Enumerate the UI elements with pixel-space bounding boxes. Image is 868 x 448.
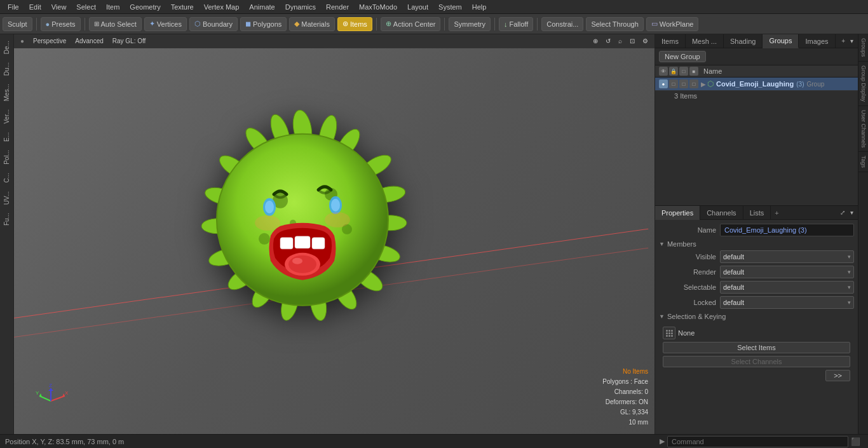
group-icon-lock[interactable]: □ (669, 79, 678, 88)
svg-point-37 (325, 212, 350, 227)
workplane-button[interactable]: ▭ WorkPlane (646, 17, 699, 31)
menu-file[interactable]: File (3, 2, 24, 12)
tab-shading[interactable]: Shading (724, 34, 763, 48)
select-through-button[interactable]: Select Through (586, 17, 643, 31)
prop-label-locked: Locked (659, 299, 716, 306)
tab-items[interactable]: Items (655, 34, 686, 48)
menu-system[interactable]: System (433, 2, 467, 12)
materials-button[interactable]: ◆ Materials (289, 17, 335, 31)
tab-images[interactable]: Images (799, 34, 835, 48)
prop-input-name[interactable] (720, 224, 854, 236)
polygons-label: Polygons (253, 20, 281, 28)
sidebar-tab-7[interactable]: UV... (2, 187, 11, 208)
vrt-tab-user-channels[interactable]: User Channels (858, 106, 868, 153)
group-icon-sq2[interactable]: □ (689, 79, 698, 88)
groups-column-header: 👁 🔒 □ ■ Name (655, 65, 858, 78)
select-items-button[interactable]: Select Items (663, 342, 850, 353)
action-center-button[interactable]: ⊕ Action Center (381, 17, 441, 31)
props-tab-lists[interactable]: Lists (743, 206, 771, 220)
tab-actions: + ▾ (839, 37, 858, 45)
toolbar-separator6 (537, 18, 538, 31)
col-icon-sq2[interactable]: ■ (689, 67, 698, 76)
menu-edit[interactable]: Edit (24, 2, 46, 12)
prop-select-locked[interactable]: default ▾ (720, 296, 854, 309)
sidebar-tab-3[interactable]: Ver... (2, 105, 11, 128)
expand-button[interactable]: >> (825, 370, 850, 381)
viewport-ctrl-2[interactable]: ↺ (603, 37, 613, 45)
viewport-render[interactable]: Ray GL: Off (110, 37, 149, 45)
menu-animate[interactable]: Animate (244, 2, 280, 12)
command-expand-button[interactable]: ⬛ (848, 437, 863, 446)
menu-vertex-map[interactable]: Vertex Map (199, 2, 245, 12)
vrt-tab-group-display[interactable]: Group Display (858, 62, 868, 106)
prop-select-selectable[interactable]: default ▾ (720, 281, 854, 294)
props-action-expand[interactable]: ⤢ (838, 208, 847, 217)
prop-select-render[interactable]: default ▾ (720, 266, 854, 278)
symmetry-button[interactable]: Symmetry (449, 17, 491, 31)
auto-select-button[interactable]: ⊞ Auto Select (89, 17, 142, 31)
sculpt-button[interactable]: Sculpt (3, 17, 32, 31)
menu-texture[interactable]: Texture (166, 2, 199, 12)
menu-geometry[interactable]: Geometry (125, 2, 165, 12)
group-row-0[interactable]: ● □ □ □ ▶ ⬡ Covid_Emoji_Laughing (3) Gro… (655, 78, 858, 91)
items-button[interactable]: ⊛ Items (337, 17, 372, 31)
col-icon-eye[interactable]: 👁 (659, 67, 668, 76)
viewport-shading[interactable]: Advanced (72, 37, 105, 45)
vrt-tab-groups[interactable]: Groups (858, 34, 868, 62)
group-sub-items: 3 Items (655, 91, 858, 101)
sidebar-tab-0[interactable]: De... (2, 37, 11, 58)
tab-mesh[interactable]: Mesh ... (686, 34, 724, 48)
falloff-button[interactable]: ↓ Falloff (499, 17, 533, 31)
prop-select-selectable-arrow: ▾ (848, 284, 851, 290)
sidebar-tab-2[interactable]: Mes... (2, 80, 11, 105)
menu-render[interactable]: Render (321, 2, 354, 12)
group-expand-icon[interactable]: ▶ (701, 81, 706, 88)
props-action-menu[interactable]: ▾ (848, 208, 855, 217)
new-group-button[interactable]: New Group (659, 51, 706, 62)
group-icon-eye[interactable]: ● (659, 79, 668, 88)
sidebar-tab-1[interactable]: Du... (2, 58, 11, 79)
tab-action-add[interactable]: + (839, 37, 847, 45)
menu-maxtomodo[interactable]: MaxToModo (354, 2, 402, 12)
tab-action-menu[interactable]: ▾ (848, 37, 855, 45)
menu-item[interactable]: Item (101, 2, 125, 12)
menu-layout[interactable]: Layout (402, 2, 433, 12)
viewport-ctrl-4[interactable]: ⊡ (627, 37, 637, 45)
sidebar-tab-5[interactable]: Pol... (2, 146, 11, 168)
menu-view[interactable]: View (46, 2, 72, 12)
col-icon-sq1[interactable]: □ (679, 67, 688, 76)
command-input[interactable] (667, 436, 848, 447)
none-dots (664, 328, 675, 339)
menu-select[interactable]: Select (71, 2, 101, 12)
viewport-mode[interactable]: Perspective (31, 37, 69, 45)
viewport[interactable]: ● Perspective Advanced Ray GL: Off ⊕ ↺ ⌕… (14, 34, 654, 434)
viewport-ctrl-3[interactable]: ⌕ (616, 37, 625, 45)
props-tab-properties[interactable]: Properties (655, 206, 700, 220)
prop-label-visible: Visible (659, 253, 716, 261)
presets-button[interactable]: ● Presets (41, 17, 81, 31)
props-tab-channels[interactable]: Channels (700, 206, 743, 220)
props-tab-add[interactable]: + (771, 208, 782, 218)
vertices-label: Vertices (157, 20, 182, 28)
vrt-tab-tags[interactable]: Tags (858, 152, 868, 172)
constraints-button[interactable]: Constrai... (541, 17, 583, 31)
polygons-button[interactable]: ◼ Polygons (240, 17, 287, 31)
prop-select-visible[interactable]: default ▾ (720, 250, 854, 263)
boundary-button[interactable]: ⬡ Boundary (189, 17, 238, 31)
sidebar-tab-4[interactable]: E... (2, 128, 11, 146)
vertices-button[interactable]: ✦ Vertices (144, 17, 187, 31)
select-channels-button[interactable]: Select Channels (663, 356, 850, 367)
tab-groups[interactable]: Groups (763, 34, 799, 48)
menu-dynamics[interactable]: Dynamics (280, 2, 321, 12)
viewport-ctrl-1[interactable]: ⊕ (590, 37, 600, 45)
sidebar-tab-8[interactable]: Fu... (2, 209, 11, 229)
viewport-ctrl-5[interactable]: ⚙ (640, 37, 651, 45)
materials-label: Materials (301, 20, 330, 28)
properties-panel: Properties Channels Lists + ⤢ ▾ Name ▼ (655, 205, 858, 434)
menu-help[interactable]: Help (467, 2, 492, 12)
col-icon-lock[interactable]: 🔒 (669, 67, 678, 76)
sidebar-tab-6[interactable]: C... (2, 169, 11, 187)
boundary-icon: ⬡ (194, 20, 201, 28)
group-icon-sq1[interactable]: □ (679, 79, 688, 88)
viewport-dot[interactable]: ● (18, 37, 27, 45)
